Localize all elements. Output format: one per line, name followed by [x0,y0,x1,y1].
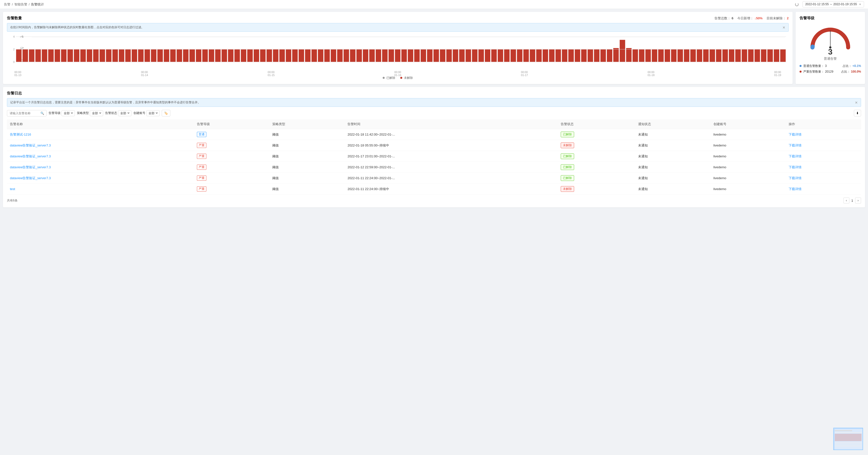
gauge-stats: 普通告警数量： 3 占比： <0.1% 严重告警数量： 20129 [800,64,861,75]
level-badge: 严重 [197,143,206,148]
col-time: 告警时间 [344,120,558,129]
date-range-picker[interactable]: 2022-01-12 15:55 ～ 2022-01-19 15:55 ▼ [803,1,864,7]
alert-log-info-text: 记录平台近一个月告警日志信息，需要注意的是：异常事件在当前版本默认认为普通等级告… [10,100,200,105]
total-stat: 告警总数： 6 [714,16,733,21]
gauge-container: 3 普通告警 普通告警数量： 3 占比： <0.1% [800,23,861,75]
col-level: 告警等级 [194,120,269,129]
x-axis-labels: 00:0001-13 00:0001-14 00:0001-15 00:0001… [7,71,788,76]
level-filter-select[interactable]: 全部 [62,110,75,116]
alert-log-card: 告警日志 记录平台近一个月告警日志信息，需要注意的是：异常事件在当前版本默认认为… [3,87,865,207]
level-badge: 严重 [197,175,206,181]
alert-count-header: 告警数量 告警总数： 6 今日新增： ↓50% 目前未解除： 2 [7,16,788,21]
time-cell: 2022-01-12 22:59:00~2022-01-... [344,162,558,173]
notify-cell: 未通知 [635,151,711,162]
new-today-value: ↓50% [754,17,763,20]
alert-name-link[interactable]: dataview告警验证_server7.3 [10,154,51,158]
info-text: 在统计时间段内，告警解除与未解除两种状态的实时数量柱形图，点击对应的色块可对日志… [10,25,144,30]
strategy-cell: 阈值 [269,184,345,195]
table-row: dataview告警验证_server7.3 严重 阈值 2022-01-12 … [7,162,861,173]
refresh-icon[interactable] [795,3,799,6]
status-badge: 未解除 [561,142,574,148]
table-body: 告警测试-1216 普通 阈值 2022-01-18 11:42:00~2022… [7,129,861,195]
current-page: 1 [851,199,853,202]
account-cell: livedemo [711,129,786,140]
account-cell: livedemo [711,184,786,195]
strategy-cell: 阈值 [269,140,345,151]
time-cell: 2022-01-17 23:01:00~2022-01-... [344,151,558,162]
table-row: test 严重 阈值 2022-01-11 22:24:00~持续中 未解除 未… [7,184,861,195]
level-badge: 严重 [197,186,206,192]
col-strategy: 策略类型 [269,120,345,129]
notify-cell: 未通知 [635,162,711,173]
status-filter-label: 告警状态 [105,111,117,115]
normal-count-value: 3 [825,64,827,68]
alert-level-header: 告警等级 [800,16,861,21]
account-cell: livedemo [711,173,786,184]
alert-name-link[interactable]: dataview告警验证_server7.3 [10,165,51,169]
time-cell: 2022-01-18 11:42:00~2022-01-... [344,129,558,140]
alert-name-link[interactable]: 告警测试-1216 [10,133,31,136]
bar-chart-canvas [7,35,788,67]
alert-name-link[interactable]: dataview告警验证_server7.3 [10,143,51,147]
blue-dot [800,65,802,67]
new-today-label: 今日新增： [737,16,753,21]
alert-level-title: 告警等级 [800,16,814,21]
strategy-cell: 阈值 [269,173,345,184]
action-link[interactable]: 下载详情 [788,176,802,180]
alert-log-title: 告警日志 [7,91,22,96]
strategy-filter-group: 策略类型 全部 [77,110,103,116]
alert-level-card: 告警等级 3 普通告警 [796,12,865,84]
download-button[interactable]: ⬇ [854,110,861,117]
action-link[interactable]: 下载详情 [788,133,802,136]
time-cell: 2022-01-18 05:55:00~持续中 [344,140,558,151]
chevron-down-icon: ▼ [859,3,861,6]
table-row: dataview告警验证_server7.3 严重 阈值 2022-01-17 … [7,151,861,162]
alert-name-link[interactable]: test [10,187,15,191]
gauge-label: 普通告警 [824,57,837,61]
unresolved-stat: 目前未解除： 2 [767,16,788,21]
action-link[interactable]: 下载详情 [788,154,802,158]
col-name: 告警名称 [7,120,194,129]
col-action: 操作 [786,120,861,129]
breadcrumb: 告警 / 智能告警 / 告警统计 [4,2,44,7]
next-page-button[interactable]: › [855,197,861,203]
tag-filter-button[interactable]: 🏷️ [162,110,170,117]
col-status: 告警状态 [558,120,635,129]
status-badge: 已解除 [561,153,574,159]
unresolved-value: 2 [787,17,788,20]
bar-chart-area: 4 2 0 00:0001-13 00:0001-14 00:0001-15 [7,35,788,74]
red-dot [800,71,802,73]
status-filter-select[interactable]: 全部 [118,110,131,116]
time-cell: 2022-01-11 22:24:00~2022-01-... [344,173,558,184]
action-link[interactable]: 下载详情 [788,143,802,147]
table-header: 告警名称 告警等级 策略类型 告警时间 告警状态 通知状态 创建账号 操作 [7,120,861,129]
notify-cell: 未通知 [635,129,711,140]
strategy-cell: 阈值 [269,162,345,173]
close-banner-button[interactable]: ✕ [782,26,785,29]
alert-log-header: 告警日志 [7,91,861,96]
alert-count-card: 告警数量 告警总数： 6 今日新增： ↓50% 目前未解除： 2 [3,12,793,84]
alert-count-info-banner: 在统计时间段内，告警解除与未解除两种状态的实时数量柱形图，点击对应的色块可对日志… [7,23,788,32]
strategy-filter-select[interactable]: 全部 [90,110,103,116]
resolved-dot [383,77,385,79]
search-input[interactable] [10,111,39,115]
time-cell: 2022-01-11 22:24:00~持续中 [344,184,558,195]
breadcrumb-item-1[interactable]: 告警 [4,2,10,7]
alert-name-link[interactable]: dataview告警验证_server7.3 [10,176,51,180]
gauge-svg [808,25,852,50]
level-badge: 严重 [197,154,206,159]
action-link[interactable]: 下载详情 [788,187,802,191]
close-log-banner-button[interactable]: ✕ [855,101,858,104]
table-row: 告警测试-1216 普通 阈值 2022-01-18 11:42:00~2022… [7,129,861,140]
alert-log-table: 告警名称 告警等级 策略类型 告警时间 告警状态 通知状态 创建账号 操作 告警… [7,120,861,195]
level-badge: 严重 [197,165,206,170]
status-badge: 已解除 [561,164,574,170]
filter-row: 🔍 告警等级 全部 策略类型 全部 告警状态 全部 创 [7,110,861,117]
action-link[interactable]: 下载详情 [788,165,802,169]
prev-page-button[interactable]: ‹ [843,197,849,203]
breadcrumb-item-2[interactable]: 智能告警 [14,2,27,7]
alert-count-stats: 告警总数： 6 今日新增： ↓50% 目前未解除： 2 [714,16,788,21]
search-input-wrapper[interactable]: 🔍 [7,110,46,117]
normal-count-label: 普通告警数量： [803,64,824,68]
account-filter-select[interactable]: 全部 [146,110,160,116]
